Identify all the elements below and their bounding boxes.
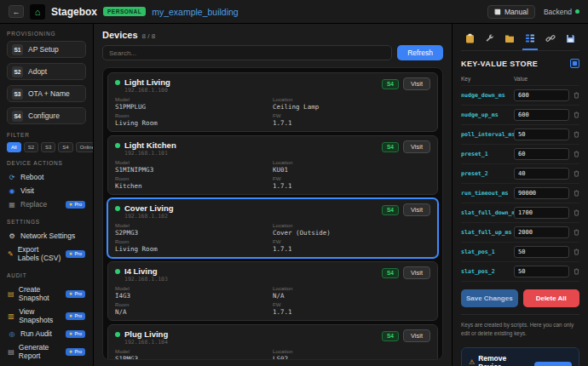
search-input[interactable] — [102, 45, 392, 60]
warning-icon: ⚠ — [469, 358, 475, 366]
device-room: N/A — [115, 308, 273, 316]
kv-value-input[interactable] — [514, 148, 569, 160]
building-name-link[interactable]: my_example_building — [152, 7, 239, 17]
device-list[interactable]: Light Living 192.168.1.100 S4 Visit Mode… — [102, 67, 443, 360]
trash-icon[interactable] — [569, 209, 579, 216]
device-ip: 192.168.1.101 — [124, 150, 176, 157]
sidebar-item-export-labels[interactable]: ✎ Export Labels (CSV) ★Pro — [7, 243, 86, 265]
house-icon: ⌂ — [35, 7, 41, 17]
trash-icon[interactable] — [569, 170, 579, 177]
remove-device-panel: ⚠ Remove Device Removes this Shelly from… — [461, 347, 579, 366]
stage-badge: S4 — [382, 268, 399, 278]
device-model: I4G3 — [115, 292, 273, 300]
kv-value-input[interactable] — [514, 168, 569, 180]
sidebar-item-ap-setup[interactable]: S1 AP Setup — [7, 41, 86, 58]
tab-key-value-store[interactable] — [522, 31, 538, 50]
pro-badge: ★Pro — [66, 348, 86, 356]
kv-value-input[interactable] — [514, 266, 569, 277]
kv-value-input[interactable] — [514, 207, 569, 219]
kv-value-input[interactable] — [514, 109, 569, 121]
step-badge: S2 — [12, 66, 23, 77]
sidebar-item-visit[interactable]: ◉ Visit — [7, 184, 86, 197]
device-card-light-living[interactable]: Light Living 192.168.1.100 S4 Visit Mode… — [107, 72, 438, 132]
star-icon: ★ — [69, 313, 73, 318]
trash-icon[interactable] — [569, 229, 579, 236]
kv-note: Keys are created by scripts. Here you ca… — [461, 314, 579, 338]
tab-tools[interactable] — [482, 31, 497, 50]
kv-row: slat_pos_2 — [461, 262, 579, 282]
kv-row: preset_2 — [461, 164, 579, 184]
filter-chips: All S2 S3 S4 Online Offline — [7, 142, 86, 152]
sidebar-item-create-snapshot[interactable]: ▤ Create Snapshot ★Pro — [7, 283, 86, 305]
trash-icon[interactable] — [569, 190, 579, 197]
save-changes-button[interactable]: Save Changes — [461, 289, 518, 307]
visit-button[interactable]: Visit — [403, 140, 430, 153]
trash-icon[interactable] — [569, 249, 579, 255]
kv-value-input[interactable] — [514, 226, 569, 238]
trash-icon[interactable] — [569, 268, 579, 275]
device-fw: 1.7.1 — [273, 245, 430, 253]
device-card-plug-living[interactable]: Plug Living 192.168.1.104 S4 Visit Model… — [107, 324, 438, 360]
kv-toggle-icon[interactable] — [570, 59, 579, 68]
sidebar-item-ota-name[interactable]: S3 OTA + Name — [7, 85, 86, 102]
pro-badge: ★Pro — [66, 330, 86, 338]
kv-value-input[interactable] — [514, 129, 569, 140]
pro-badge: ★Pro — [66, 250, 86, 258]
remove-button[interactable]: Remove — [534, 362, 572, 366]
device-card-light-kitchen[interactable]: Light Kitchen 192.168.1.101 S4 Visit Mod… — [107, 135, 438, 195]
filter-chip-online[interactable]: Online — [76, 142, 94, 152]
kv-col-key: Key — [461, 76, 514, 82]
online-status-dot — [115, 206, 120, 211]
visit-button[interactable]: Visit — [403, 266, 430, 279]
sidebar-item-configure[interactable]: S4 Configure — [7, 107, 86, 124]
sidebar-item-network-settings[interactable]: ⚙ Network Settings — [7, 229, 86, 243]
pro-badge: ★Pro — [66, 312, 86, 320]
kv-value-input[interactable] — [514, 187, 569, 199]
device-card-i4-living[interactable]: I4 Living 192.168.1.103 S4 Visit ModelI4… — [107, 261, 438, 321]
visit-button[interactable]: Visit — [403, 329, 430, 342]
device-ip: 192.168.1.103 — [124, 276, 168, 283]
sidebar-item-generate-report[interactable]: ▤ Generate Report ★Pro — [7, 340, 86, 363]
filter-chip-all[interactable]: All — [7, 142, 21, 152]
manual-label: Manual — [504, 8, 528, 16]
sidebar-item-view-snapshots[interactable]: ▥ View Snapshots ★Pro — [7, 305, 86, 327]
sidebar-item-adopt[interactable]: S2 Adopt — [7, 63, 86, 80]
trash-icon[interactable] — [569, 151, 579, 157]
device-model: S1PMG3 — [115, 355, 273, 360]
app-window: ← ⌂ Stagebox PERSONAL my_example_buildin… — [0, 0, 588, 366]
star-icon: ★ — [69, 331, 73, 336]
kv-row: run_timeout_ms — [461, 184, 579, 203]
trash-icon[interactable] — [569, 112, 579, 118]
audit-section-label: AUDIT — [7, 272, 86, 278]
step-badge: S3 — [12, 89, 23, 100]
kv-value-input[interactable] — [514, 246, 569, 258]
visit-button[interactable]: Visit — [403, 203, 430, 216]
wrench-icon — [485, 33, 494, 43]
filter-chip-s3[interactable]: S3 — [41, 142, 55, 152]
devices-count: 8 / 8 — [142, 32, 156, 40]
clipboard-icon — [465, 33, 475, 43]
manual-button[interactable]: Manual — [487, 5, 535, 19]
kv-value-input[interactable] — [514, 89, 569, 101]
sidebar-item-replace[interactable]: ▦ Replace ★Pro — [7, 197, 86, 211]
kv-row: nudge_up_ms — [461, 106, 579, 125]
delete-all-button[interactable]: Delete All — [523, 289, 580, 307]
trash-icon[interactable] — [569, 92, 579, 99]
star-icon: ★ — [69, 291, 73, 296]
kv-row: poll_interval_ms — [461, 125, 579, 145]
filter-chip-s2[interactable]: S2 — [24, 142, 38, 152]
tab-clipboard[interactable] — [463, 31, 477, 50]
back-button[interactable]: ← — [9, 5, 24, 18]
sidebar-item-run-audit[interactable]: ◎ Run Audit ★Pro — [7, 327, 86, 340]
tab-save[interactable] — [563, 31, 578, 50]
filter-chip-s4[interactable]: S4 — [58, 142, 72, 152]
tab-links[interactable] — [543, 31, 558, 50]
trash-icon[interactable] — [569, 131, 579, 138]
device-card-cover-living[interactable]: Cover Living 192.168.1.102 S4 Visit Mode… — [107, 198, 438, 258]
tab-files[interactable] — [502, 31, 517, 50]
kv-key: slat_full_up_ms — [461, 229, 514, 236]
visit-button[interactable]: Visit — [403, 77, 430, 90]
refresh-button[interactable]: Refresh — [397, 45, 443, 60]
sidebar-item-reboot[interactable]: ⟳ Reboot — [7, 170, 86, 184]
reboot-icon: ⟳ — [8, 174, 16, 181]
